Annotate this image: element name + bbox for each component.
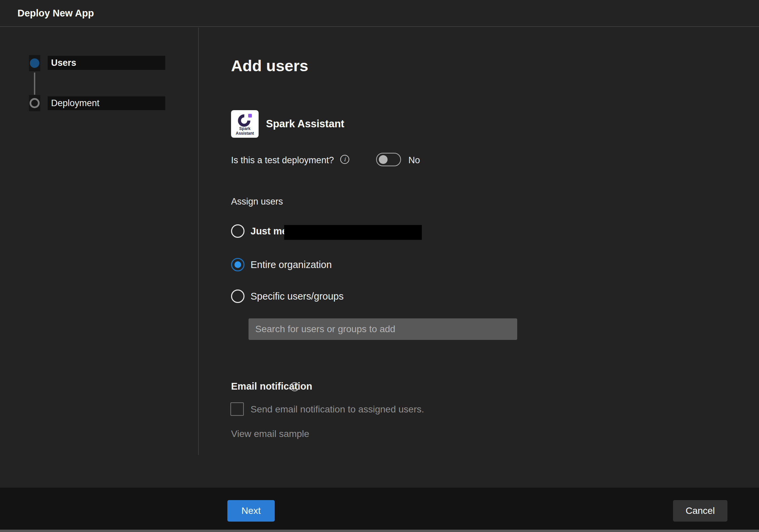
redacted-user-identity — [284, 225, 422, 240]
email-notification-heading: Email notification — [231, 381, 312, 392]
sidebar-step-deployment-label: Deployment — [51, 98, 99, 108]
radio-just-me-label: Just me — [251, 224, 287, 238]
app-name: Spark Assistant — [266, 110, 344, 138]
next-button[interactable]: Next — [227, 500, 275, 522]
send-email-checkbox-label: Send email notification to assigned user… — [251, 404, 424, 415]
email-notification-info-icon[interactable]: i — [290, 382, 299, 391]
page-title: Add users — [231, 56, 308, 75]
step-deployment-empty-dot-icon — [30, 98, 40, 108]
logo-text-line2: Assistant — [236, 131, 254, 136]
toggle-knob — [379, 155, 388, 164]
radio-entire-organization-label: Entire organization — [251, 258, 332, 271]
search-users-groups-input[interactable] — [249, 318, 517, 340]
test-deployment-label: Is this a test deployment? — [231, 155, 334, 166]
assign-users-label: Assign users — [231, 196, 283, 207]
cancel-button[interactable]: Cancel — [673, 500, 727, 522]
radio-specific-users-groups-label: Specific users/groups — [251, 290, 344, 303]
step-users-active-dot-icon — [30, 58, 39, 68]
spark-assistant-logo-icon: Spark Assistant — [231, 110, 259, 138]
send-email-checkbox[interactable] — [230, 402, 244, 416]
footer-bar: Next Cancel — [0, 488, 759, 530]
radio-specific-users-groups[interactable] — [231, 290, 244, 303]
wizard-title: Deploy New App — [17, 8, 94, 19]
wizard-header: Deploy New App — [0, 0, 759, 27]
test-deployment-info-icon[interactable]: i — [340, 155, 349, 164]
test-deployment-toggle-value: No — [408, 155, 420, 166]
stepper-connector-line — [34, 73, 35, 95]
sidebar-step-deployment[interactable]: Deployment — [48, 96, 165, 110]
view-email-sample-link[interactable]: View email sample — [231, 429, 309, 439]
sidebar-step-users-label: Users — [51, 58, 76, 68]
radio-entire-organization[interactable] — [231, 258, 244, 271]
window-bottom-edge — [0, 530, 759, 532]
test-deployment-toggle[interactable] — [376, 153, 401, 166]
logo-text-line1: Spark — [239, 126, 251, 131]
sidebar-content-divider — [198, 28, 199, 455]
radio-just-me[interactable] — [231, 224, 244, 238]
sidebar-step-users[interactable]: Users — [48, 56, 165, 70]
